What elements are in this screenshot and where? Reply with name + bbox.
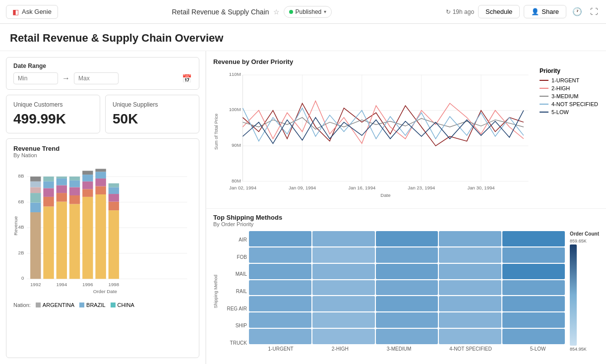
favorite-icon[interactable]: ☆ <box>273 8 280 16</box>
topbar-right: ↻ 19h ago Schedule 👤 Share 🕐 ⛶ <box>446 5 600 18</box>
heatmap-row-labels: AIR FOB MAIL RAIL REG AIR SHIP TRUCK <box>221 231 247 352</box>
legend-brazil: BRAZIL <box>79 302 106 308</box>
unique-suppliers-card: Unique Suppliers 50K <box>105 95 199 133</box>
svg-text:90M: 90M <box>232 142 241 148</box>
svg-rect-37 <box>95 194 106 279</box>
heatmap-cell <box>249 264 311 279</box>
heatmap-cell <box>439 312 501 328</box>
svg-text:1998: 1998 <box>109 282 120 287</box>
heatmap-cell <box>312 280 375 296</box>
heatmap-grid <box>249 231 565 344</box>
heatmap-cell <box>376 280 438 296</box>
svg-rect-23 <box>57 193 67 202</box>
heatmap-cell <box>249 312 311 328</box>
colorbar-min: 854.95K <box>570 347 599 352</box>
svg-rect-16 <box>30 177 41 182</box>
low-label: 5-LOW <box>551 109 569 115</box>
heatmap-cell <box>249 296 311 311</box>
legend-china: CHINA <box>111 302 134 308</box>
line-chart-card: Revenue by Order Priority Sum of Total P… <box>206 51 606 209</box>
svg-rect-45 <box>109 187 119 194</box>
heatmap-cell <box>439 329 501 344</box>
y-regair: REG AIR <box>221 306 247 311</box>
calendar-icon[interactable]: 📅 <box>182 74 192 83</box>
svg-rect-13 <box>30 193 41 202</box>
schedule-button[interactable]: Schedule <box>478 5 520 18</box>
heatmap-cell <box>502 329 565 344</box>
colorbar: Order Count 859.65K 854.95K <box>567 231 599 352</box>
date-max-input[interactable] <box>74 72 119 84</box>
svg-text:0: 0 <box>21 275 24 281</box>
svg-text:1994: 1994 <box>56 282 67 287</box>
urgent-line <box>540 80 548 81</box>
svg-text:Jan 09, 1994: Jan 09, 1994 <box>289 185 316 190</box>
customers-label: Unique Customers <box>13 101 93 108</box>
colorbar-title: Order Count <box>570 231 599 237</box>
svg-text:110M: 110M <box>229 71 241 77</box>
line-chart-legend: Priority 1-URGENT 2-HIGH 3-MEDIUM <box>540 65 599 198</box>
heatmap-cell <box>502 296 565 311</box>
history-button[interactable]: 🕐 <box>570 5 584 18</box>
heatmap-cell <box>312 247 375 263</box>
y-fob: FOB <box>221 254 247 260</box>
high-label: 2-HIGH <box>551 85 570 91</box>
x-medium: 3-MEDIUM <box>387 346 411 352</box>
content-area: Date Range → 📅 Unique Customers 499.99K … <box>0 51 606 364</box>
line-chart-area: Sum of Total Price 110M 100M 90M 80M <box>213 65 599 198</box>
ask-genie-button[interactable]: ◧ Ask Genie <box>6 5 58 19</box>
fullscreen-button[interactable]: ⛶ <box>588 5 600 18</box>
heatmap-cell <box>376 264 438 279</box>
heatmap-cell <box>502 280 565 296</box>
svg-rect-25 <box>57 179 67 185</box>
y-truck: TRUCK <box>221 340 247 346</box>
svg-text:100M: 100M <box>229 107 241 112</box>
svg-text:1992: 1992 <box>30 282 41 287</box>
svg-rect-27 <box>69 204 80 279</box>
svg-text:Jan 30, 1994: Jan 30, 1994 <box>468 185 495 190</box>
heatmap-cell <box>312 231 375 246</box>
svg-text:Date: Date <box>380 192 390 198</box>
svg-rect-43 <box>109 202 119 211</box>
svg-rect-32 <box>82 197 93 279</box>
svg-rect-12 <box>30 203 41 212</box>
dashboard-title: Retail Revenue & Supply Chain <box>172 8 269 16</box>
page-header: Retail Revenue & Supply Chain Overview <box>0 24 606 51</box>
metrics-row: Unique Customers 499.99K Unique Supplier… <box>6 95 199 133</box>
svg-text:6B: 6B <box>18 199 24 204</box>
date-min-input[interactable] <box>13 72 58 84</box>
topbar: ◧ Ask Genie Retail Revenue & Supply Chai… <box>0 0 606 24</box>
heatmap-cell <box>312 264 375 279</box>
svg-rect-26 <box>57 177 67 179</box>
china-dot <box>111 303 116 307</box>
heatmap-y-label: Shipping Method <box>213 275 218 308</box>
heatmap-y-axis: Shipping Method <box>213 231 219 352</box>
svg-text:80M: 80M <box>232 178 241 183</box>
svg-rect-19 <box>43 188 54 197</box>
share-button[interactable]: 👤 Share <box>524 5 566 18</box>
heatmap-x-labels: 1-URGENT 2-HIGH 3-MEDIUM 4-NOT SPECIFIED… <box>249 346 565 352</box>
svg-rect-40 <box>95 172 106 179</box>
refresh-info: ↻ 19h ago <box>446 8 474 15</box>
heatmap-title: Top Shipping Methods <box>213 214 599 221</box>
published-label: Published <box>296 8 322 15</box>
topbar-title: Retail Revenue & Supply Chain ☆ Publishe… <box>62 6 442 18</box>
line-chart-title: Revenue by Order Priority <box>213 58 599 65</box>
svg-rect-35 <box>82 175 93 182</box>
line-chart-svg-wrap: 110M 100M 90M 80M <box>223 65 536 198</box>
revenue-trend-title: Revenue Trend <box>13 145 192 152</box>
heatmap-subtitle: By Order Priority <box>213 221 599 227</box>
y-mail: MAIL <box>221 271 247 277</box>
nation-label: Nation: <box>13 302 31 308</box>
date-range-inputs: → 📅 <box>13 72 192 84</box>
refresh-icon: ↻ <box>446 8 451 15</box>
heatmap-cell <box>439 247 501 263</box>
brazil-label: BRAZIL <box>86 302 106 308</box>
right-panel: Revenue by Order Priority Sum of Total P… <box>206 51 606 364</box>
svg-rect-22 <box>57 202 67 279</box>
svg-rect-14 <box>30 187 41 193</box>
svg-rect-41 <box>95 169 106 172</box>
legend-argentina: ARGENTINA <box>36 302 74 308</box>
status-dot <box>289 10 293 14</box>
svg-rect-28 <box>69 195 80 204</box>
published-badge[interactable]: Published ▾ <box>284 6 332 18</box>
